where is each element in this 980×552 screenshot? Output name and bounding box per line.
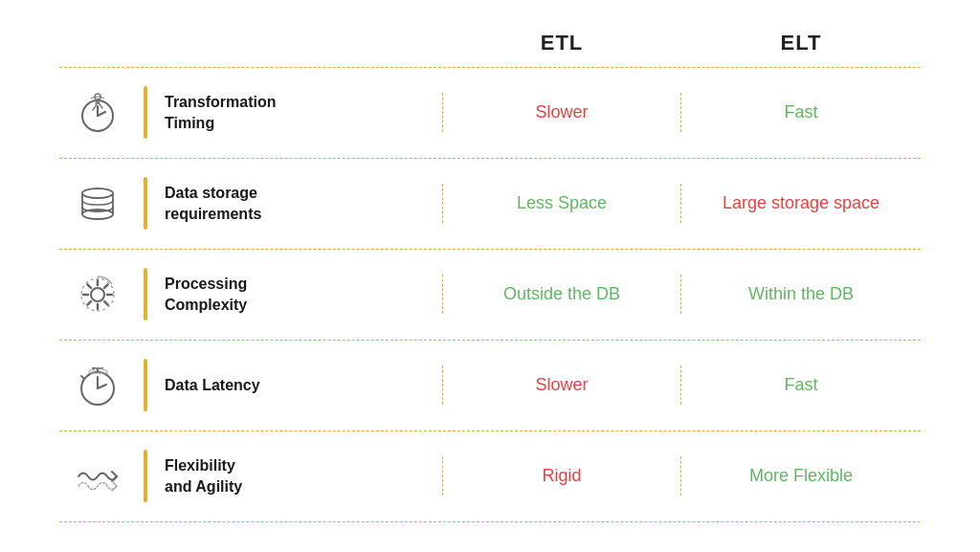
etl-value: Less Space [442,184,681,223]
etl-value: Slower [442,93,681,132]
table-header: ETL ELT [59,31,921,68]
svg-line-10 [98,385,106,388]
feature-label: Data Latency [165,375,260,396]
elt-value: More Flexible [681,456,921,496]
elt-value: Fast [681,365,921,405]
accent-divider [144,268,147,320]
table-row: TransformationTiming Slower Fast [59,68,921,159]
feature-cell: ProcessingComplexity [59,251,442,339]
elt-header: ELT [681,31,921,55]
table-row: Flexibilityand Agility Rigid More Flexib… [59,431,921,522]
timer-icon [69,357,126,414]
etl-value: Outside the DB [442,275,681,314]
feature-label: ProcessingComplexity [165,274,247,315]
feature-label: Flexibilityand Agility [165,455,242,497]
etl-value: Rigid [442,456,681,496]
clock-icon [69,84,126,142]
etl-value: Slower [442,365,681,405]
elt-value: Within the DB [681,275,921,314]
feature-cell: Flexibilityand Agility [59,432,442,520]
database-icon [69,175,126,232]
accent-divider [144,450,147,502]
feature-cell: TransformationTiming [59,69,442,157]
svg-line-2 [98,112,105,116]
comparison-table: ETL ELT TransformationTiming Slower Fast [31,11,949,541]
elt-value: Large storage space [681,184,921,223]
svg-point-6 [91,288,104,301]
table-row: Data storagerequirements Less Space Larg… [59,159,921,250]
etl-header: ETL [442,31,681,55]
feature-label: Data storagerequirements [165,183,261,224]
table-row: Data Latency Slower Fast [59,341,921,431]
accent-divider [144,86,147,139]
feature-cell: Data Latency [59,342,442,430]
table-body: TransformationTiming Slower Fast Data st… [59,68,921,522]
feature-cell: Data storagerequirements [59,160,442,248]
col1-header [59,31,442,55]
feature-label: TransformationTiming [165,92,276,133]
gear-icon [69,266,126,323]
table-row: ProcessingComplexity Outside the DB With… [59,250,921,341]
elt-value: Fast [681,93,921,132]
accent-divider [144,359,147,411]
svg-point-4 [82,188,113,198]
accent-divider [144,177,147,230]
wave-icon [69,448,126,505]
